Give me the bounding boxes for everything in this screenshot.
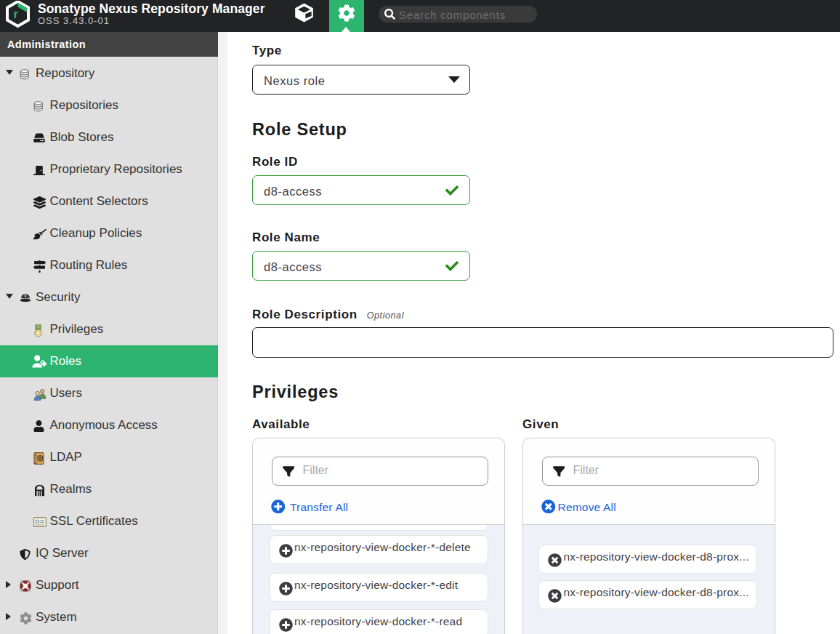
svg-text:r: r [14,7,19,20]
